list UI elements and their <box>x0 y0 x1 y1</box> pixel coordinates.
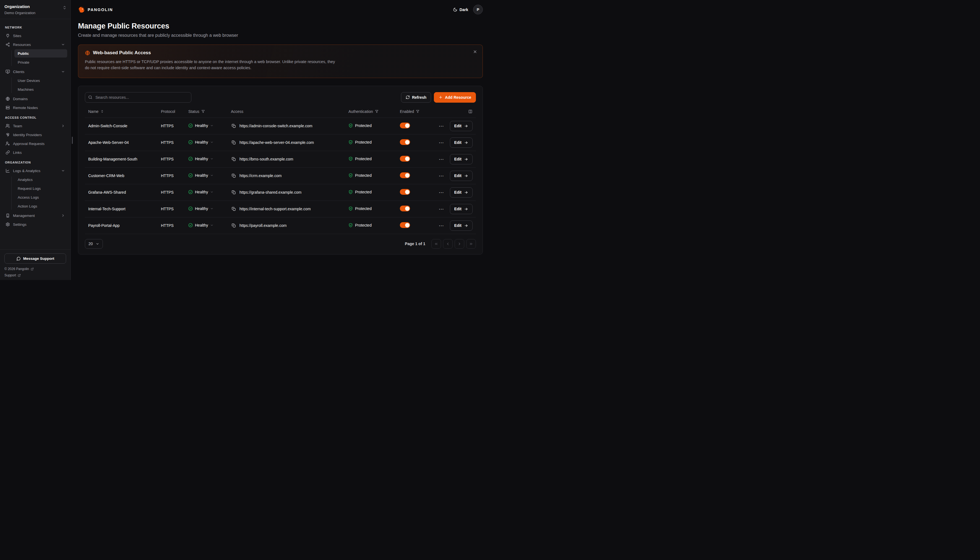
sidebar-item-management[interactable]: Management <box>3 211 67 220</box>
copy-icon[interactable] <box>231 223 236 228</box>
column-header-enabled[interactable]: Enabled <box>400 109 420 114</box>
row-menu-button[interactable]: ⋯ <box>438 140 445 146</box>
shield-check-icon <box>349 223 353 227</box>
logs-subitems: Analytics Request Logs Access Logs Actio… <box>3 175 67 211</box>
copy-icon[interactable] <box>231 190 236 195</box>
arrow-right-icon <box>464 157 468 161</box>
status-dropdown[interactable]: Healthy <box>188 173 213 178</box>
copy-icon[interactable] <box>231 173 236 178</box>
sidebar-item-identity-providers[interactable]: Identity Providers <box>3 130 67 139</box>
page-size-select[interactable]: 20 <box>85 239 103 249</box>
copyright-link[interactable]: © 2026 Pangolin <box>5 267 66 271</box>
sidebar-item-team[interactable]: Team <box>3 122 67 130</box>
row-menu-button[interactable]: ⋯ <box>438 173 445 179</box>
first-page-button[interactable] <box>431 239 441 249</box>
table-row: Apache-Web-Server-04 HTTPS Healthy https… <box>85 134 476 151</box>
refresh-button[interactable]: Refresh <box>401 92 431 103</box>
copy-icon[interactable] <box>231 206 236 212</box>
status-dropdown[interactable]: Healthy <box>188 207 213 211</box>
edit-button[interactable]: Edit <box>450 220 473 231</box>
theme-toggle-button[interactable]: Dark <box>453 7 468 12</box>
sidebar-footer: Message Support © 2026 Pangolin Support <box>0 249 70 280</box>
edit-button[interactable]: Edit <box>450 154 473 164</box>
shield-check-icon <box>349 140 353 145</box>
sidebar-item-analytics[interactable]: Analytics <box>14 175 67 184</box>
enabled-toggle[interactable] <box>400 123 410 128</box>
add-resource-button[interactable]: Add Resource <box>434 92 476 103</box>
sidebar: Organization Demo Organization NETWORK S… <box>0 0 71 280</box>
sidebar-item-remote-nodes[interactable]: Remote Nodes <box>3 103 67 112</box>
message-support-button[interactable]: Message Support <box>5 253 66 264</box>
edit-button[interactable]: Edit <box>450 121 473 131</box>
status-dropdown[interactable]: Healthy <box>188 123 213 128</box>
row-menu-button[interactable]: ⋯ <box>438 222 445 229</box>
org-switcher[interactable]: Organization Demo Organization <box>0 0 70 19</box>
chevron-down-icon <box>210 124 213 127</box>
sidebar-item-clients[interactable]: Clients <box>3 67 67 76</box>
column-visibility-button[interactable] <box>468 109 473 114</box>
shield-check-icon <box>349 173 353 178</box>
enabled-toggle[interactable] <box>400 139 410 145</box>
next-page-button[interactable] <box>455 239 464 249</box>
row-menu-button[interactable]: ⋯ <box>438 156 445 162</box>
brand-logo[interactable]: PANGOLIN <box>78 6 113 13</box>
pager-buttons <box>431 239 476 249</box>
row-menu-button[interactable]: ⋯ <box>438 189 445 196</box>
shield-check-icon <box>349 190 353 194</box>
enabled-toggle[interactable] <box>400 156 410 162</box>
page-title: Manage Public Resources <box>78 22 483 30</box>
sidebar-nav: NETWORK Sites Resources Public Private C… <box>0 19 70 249</box>
copy-icon[interactable] <box>231 123 236 129</box>
search-input[interactable] <box>85 92 191 103</box>
info-banner: Web-based Public Access Public resources… <box>78 45 483 78</box>
sidebar-item-domains[interactable]: Domains <box>3 94 67 103</box>
sidebar-item-machines[interactable]: Machines <box>14 85 67 93</box>
chart-line-icon <box>5 168 10 173</box>
column-header-status[interactable]: Status <box>188 109 205 114</box>
column-header-authentication[interactable]: Authentication <box>349 109 379 114</box>
sidebar-item-sites[interactable]: Sites <box>3 31 67 40</box>
enabled-toggle[interactable] <box>400 172 410 178</box>
close-icon[interactable] <box>472 48 478 56</box>
chevron-down-icon <box>210 140 213 144</box>
sidebar-item-request-logs[interactable]: Request Logs <box>14 184 67 193</box>
pagination-controls: Page 1 of 1 <box>405 239 476 249</box>
status-dropdown[interactable]: Healthy <box>188 140 213 145</box>
sidebar-item-logs-analytics[interactable]: Logs & Analytics <box>3 166 67 175</box>
sidebar-item-action-logs[interactable]: Action Logs <box>14 202 67 210</box>
check-circle-icon <box>188 190 193 194</box>
arrow-right-icon <box>464 190 468 195</box>
sidebar-item-access-logs[interactable]: Access Logs <box>14 193 67 202</box>
support-link[interactable]: Support <box>5 273 66 277</box>
sidebar-item-links[interactable]: Links <box>3 148 67 157</box>
status-dropdown[interactable]: Healthy <box>188 157 213 161</box>
row-menu-button[interactable]: ⋯ <box>438 206 445 212</box>
sidebar-item-settings[interactable]: Settings <box>3 220 67 229</box>
column-header-name[interactable]: Name <box>88 109 104 114</box>
chevron-down-icon <box>61 43 65 47</box>
sidebar-item-private[interactable]: Private <box>14 58 67 67</box>
copy-icon[interactable] <box>231 140 236 145</box>
sidebar-item-resources[interactable]: Resources <box>3 40 67 49</box>
check-circle-icon <box>188 223 193 227</box>
edit-button[interactable]: Edit <box>450 171 473 181</box>
edit-button[interactable]: Edit <box>450 138 473 148</box>
enabled-toggle[interactable] <box>400 205 410 212</box>
previous-page-button[interactable] <box>443 239 453 249</box>
resources-table: Name Protocol Status Access Authenticati… <box>85 107 476 234</box>
sidebar-item-user-devices[interactable]: User Devices <box>14 77 67 85</box>
edit-button[interactable]: Edit <box>450 187 473 198</box>
enabled-toggle[interactable] <box>400 189 410 195</box>
status-dropdown[interactable]: Healthy <box>188 190 213 194</box>
sidebar-item-public[interactable]: Public <box>14 49 67 58</box>
edit-button[interactable]: Edit <box>450 204 473 214</box>
avatar[interactable]: P <box>473 5 483 14</box>
copy-icon[interactable] <box>231 156 236 162</box>
sidebar-item-approval-requests[interactable]: Approval Requests <box>3 139 67 148</box>
table-row: Building-Management-South HTTPS Healthy … <box>85 151 476 167</box>
status-dropdown[interactable]: Healthy <box>188 223 213 227</box>
table-row: Internal-Tech-Support HTTPS Healthy http… <box>85 201 476 217</box>
last-page-button[interactable] <box>466 239 476 249</box>
row-menu-button[interactable]: ⋯ <box>438 123 445 129</box>
enabled-toggle[interactable] <box>400 222 410 228</box>
